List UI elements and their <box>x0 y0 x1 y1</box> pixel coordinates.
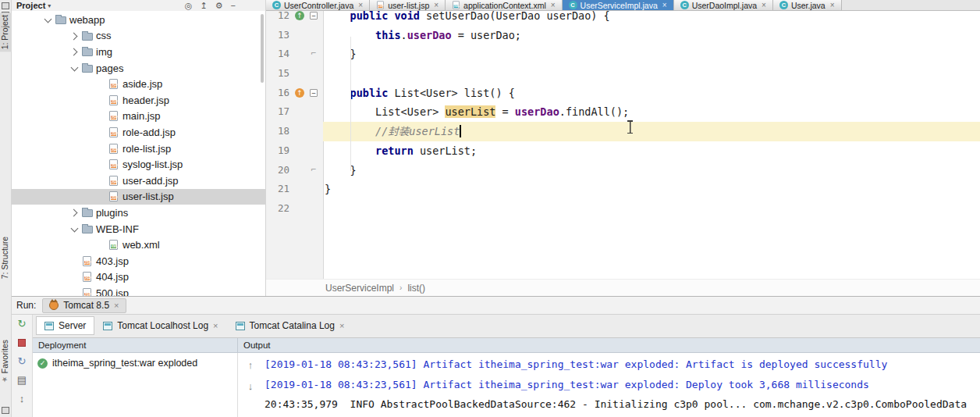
chevron-right-icon[interactable] <box>69 46 80 57</box>
tree-item-role-list-jsp[interactable]: role-list.jsp <box>12 141 265 157</box>
tree-item-404-jsp[interactable]: 404.jsp <box>12 269 265 286</box>
close-tab-icon[interactable]: × <box>358 1 363 9</box>
close-tab-icon[interactable]: × <box>830 1 835 9</box>
code-text: } <box>323 180 980 199</box>
run-tab-tomcat-localhost-log[interactable]: Tomcat Localhost Log× <box>94 316 226 335</box>
close-tab-icon[interactable]: × <box>213 321 218 330</box>
chevron-spacer <box>96 111 107 122</box>
ide-window: 1: Project7: Structure★ Favorites Projec… <box>0 0 980 417</box>
run-tab-label: Tomcat Localhost Log <box>117 320 208 331</box>
code-line[interactable]: 22 <box>266 199 980 219</box>
stripe-button-favorites[interactable]: ★ Favorites <box>0 337 12 386</box>
stop-icon[interactable] <box>16 337 28 348</box>
settings-gear-icon[interactable]: ⚙ <box>215 2 223 10</box>
code-line[interactable]: 19 return userList; <box>266 141 980 161</box>
editor-tab-User-java[interactable]: CUser.java× <box>773 0 842 10</box>
tree-item-css[interactable]: css <box>12 28 265 45</box>
close-tab-icon[interactable]: × <box>434 1 439 9</box>
fold-marker[interactable]: ⌐ <box>307 45 320 64</box>
code-line[interactable]: 13 this.userDao = userDao; <box>266 26 980 45</box>
token: . <box>401 29 407 41</box>
project-view-selector[interactable]: Project ▾ <box>16 1 51 10</box>
tree-item-webapp[interactable]: webapp <box>12 12 265 28</box>
close-tab-icon[interactable]: × <box>662 1 667 9</box>
run-panel-header: Run: Tomcat 8.5 × <box>12 297 980 315</box>
tree-item-main-jsp[interactable]: main.jsp <box>12 109 265 125</box>
override-method-icon[interactable]: ↑ <box>295 11 304 20</box>
locate-icon[interactable]: ◎ <box>185 2 193 10</box>
token: } <box>325 164 357 176</box>
editor-tab-UserServiceImpl-java[interactable]: CUserServiceImpl.java× <box>563 0 674 10</box>
tree-scrollbar[interactable] <box>261 14 264 83</box>
code-text: //封装userList <box>323 122 980 141</box>
token: userList; <box>414 144 477 157</box>
close-tab-icon[interactable]: × <box>339 321 344 330</box>
scroll-icon[interactable]: ↕ <box>16 394 28 405</box>
console-output[interactable]: [2019-01-18 08:43:23,561] Artifact ithei… <box>263 353 980 417</box>
close-tab-icon[interactable]: × <box>762 1 766 9</box>
breadcrumb-method[interactable]: list() <box>407 283 425 294</box>
stripe-button--structure[interactable]: 7: Structure <box>0 234 12 281</box>
code-line[interactable]: 18 //封装userList <box>266 122 980 141</box>
tree-item-500-jsp[interactable]: 500.jsp <box>12 285 265 296</box>
editor-tab-applicationContext-xml[interactable]: applicationContext.xml× <box>446 0 562 10</box>
tree-item-aside-jsp[interactable]: aside.jsp <box>12 76 265 92</box>
rerun-icon[interactable]: ↻ <box>16 319 28 330</box>
artifacts-icon[interactable]: ▤ <box>16 375 28 386</box>
fold-marker[interactable]: ⌐ <box>307 161 320 180</box>
down-arrow-icon[interactable]: ↓ <box>248 380 254 392</box>
editor-tab-user-list-jsp[interactable]: user-list.jsp× <box>370 0 446 10</box>
close-tab-icon[interactable]: × <box>551 1 556 9</box>
terminal-icon[interactable] <box>2 2 9 9</box>
chevron-right-icon[interactable] <box>69 30 80 41</box>
code-line[interactable]: 15 <box>266 64 980 84</box>
tree-item-syslog-list-jsp[interactable]: syslog-list.jsp <box>12 156 265 173</box>
chevron-down-icon[interactable] <box>43 14 54 25</box>
hide-panel-icon[interactable]: − <box>231 2 236 10</box>
tree-item-pages[interactable]: pages <box>12 60 265 77</box>
fold-collapse-icon[interactable]: − <box>310 89 318 97</box>
chevron-down-icon[interactable] <box>69 223 80 234</box>
tree-item-403-jsp[interactable]: 403.jsp <box>12 253 265 269</box>
tree-item-WEB-INF[interactable]: WEB-INF <box>12 221 265 237</box>
chevron-right-icon[interactable] <box>69 207 80 218</box>
project-panel-header: Project ▾ ◎ ↥ ⚙ − <box>12 0 265 11</box>
redeploy-icon[interactable]: ↻ <box>16 356 28 367</box>
tool-button-icon[interactable] <box>2 407 9 414</box>
editor-tab-UserController-java[interactable]: CUserController.java× <box>266 0 370 10</box>
run-toolbar: ↻ ↻ ▤ ↕ <box>12 315 33 417</box>
code-line[interactable]: 12↑− public void setUserDao(UserDao user… <box>266 11 980 26</box>
tab-label: UserServiceImpl.java <box>581 1 658 10</box>
chevron-down-icon: ▾ <box>48 2 51 9</box>
editor-code-area[interactable]: 12↑− public void setUserDao(UserDao user… <box>266 11 980 279</box>
fold-collapse-icon[interactable]: − <box>310 12 318 20</box>
console-icon <box>103 322 112 330</box>
code-line[interactable]: 17 List<User> userList = userDao.findAll… <box>266 102 980 122</box>
run-tab-server[interactable]: Server <box>36 316 94 335</box>
collapse-all-icon[interactable]: ↥ <box>200 2 207 10</box>
run-label: Run: <box>16 300 36 311</box>
implement-method-icon[interactable]: ↑ <box>295 88 304 98</box>
code-line[interactable]: 21} <box>266 180 980 199</box>
chevron-down-icon[interactable] <box>69 62 80 73</box>
close-icon[interactable]: × <box>114 301 119 310</box>
run-tab-tomcat-catalina-log[interactable]: Tomcat Catalina Log× <box>227 316 353 335</box>
code-line[interactable]: 14⌐ } <box>266 45 980 64</box>
tree-item-user-list-jsp[interactable]: user-list.jsp <box>12 189 265 205</box>
tree-item-web-xml[interactable]: web.xml <box>12 237 265 253</box>
breadcrumb-class[interactable]: UserServiceImpl <box>325 283 394 294</box>
run-config-tab[interactable]: Tomcat 8.5 × <box>42 298 126 313</box>
fold-marker[interactable]: − <box>307 12 320 20</box>
fold-marker[interactable]: − <box>307 89 320 97</box>
tree-item-role-add-jsp[interactable]: role-add.jsp <box>12 124 265 141</box>
tree-item-user-add-jsp[interactable]: user-add.jsp <box>12 173 265 189</box>
code-line[interactable]: 16↑− public List<User> list() { <box>266 84 980 103</box>
up-arrow-icon[interactable]: ↑ <box>248 359 254 371</box>
editor-tab-UserDaoImpl-java[interactable]: CUserDaoImpl.java× <box>674 0 773 10</box>
tree-item-img[interactable]: img <box>12 44 265 60</box>
tree-item-header-jsp[interactable]: header.jsp <box>12 92 265 109</box>
stripe-button--project[interactable]: 1: Project <box>0 12 12 52</box>
deployment-item[interactable]: ✓itheima_spring_test:war exploded <box>37 358 233 369</box>
code-line[interactable]: 20⌐ } <box>266 161 980 180</box>
tree-item-plugins[interactable]: plugins <box>12 205 265 221</box>
